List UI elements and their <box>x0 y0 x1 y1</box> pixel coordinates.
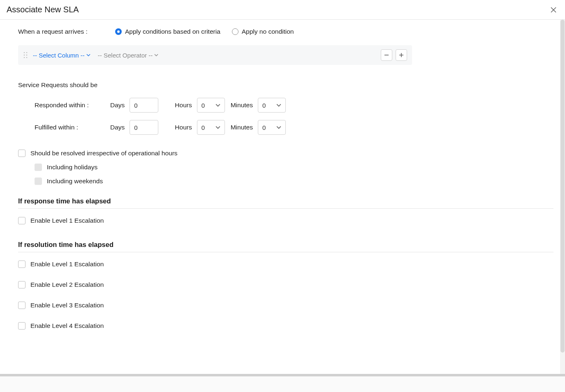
service-requests-heading: Service Requests should be <box>18 81 553 89</box>
hours-label: Hours <box>175 101 192 109</box>
resolve-irrespective-row: Should be resolved irrespective of opera… <box>18 150 553 157</box>
responded-minutes-select[interactable]: 0 <box>258 98 286 113</box>
days-label: Days <box>110 124 125 131</box>
scrollbar-vertical[interactable] <box>560 20 565 374</box>
days-label: Days <box>110 101 125 109</box>
scrollbar-thumb[interactable] <box>560 20 565 353</box>
responded-hours-select[interactable]: 0 <box>197 98 225 113</box>
resolution-level2-checkbox[interactable] <box>18 281 25 288</box>
select-column-label: -- Select Column -- <box>33 52 85 59</box>
minutes-label: Minutes <box>231 101 253 109</box>
including-weekends-label: Including weekends <box>47 178 103 185</box>
close-icon <box>550 6 557 14</box>
fulfilled-hours-select[interactable]: 0 <box>197 120 225 135</box>
fulfilled-within-label: Fulfilled within : <box>35 124 110 131</box>
select-operator-label: -- Select Operator -- <box>98 52 153 59</box>
response-elapsed-heading: If response time has elapsed <box>18 197 553 209</box>
radio-criteria-option[interactable]: Apply conditions based on criteria <box>115 28 220 35</box>
including-weekends-checkbox <box>35 178 42 185</box>
minutes-label: Minutes <box>231 124 253 131</box>
response-level1-label: Enable Level 1 Escalation <box>30 217 104 224</box>
svg-point-5 <box>26 55 28 56</box>
including-holidays-label: Including holidays <box>47 164 97 171</box>
radio-none-label: Apply no condition <box>242 28 294 35</box>
request-arrival-row: When a request arrives : Apply condition… <box>18 28 553 35</box>
resolve-irrespective-label: Should be resolved irrespective of opera… <box>30 150 178 157</box>
response-level1-row: Enable Level 1 Escalation <box>18 213 553 228</box>
add-criteria-button[interactable] <box>396 49 407 61</box>
resolution-level4-checkbox[interactable] <box>18 322 25 330</box>
svg-point-3 <box>26 52 28 53</box>
radio-none-option[interactable]: Apply no condition <box>232 28 294 35</box>
svg-point-7 <box>26 57 28 58</box>
responded-within-row: Responded within : Days Hours 0 Minutes … <box>35 98 553 113</box>
resolution-level3-checkbox[interactable] <box>18 302 25 309</box>
resolution-level2-row: Enable Level 2 Escalation <box>18 277 553 293</box>
chevron-down-icon <box>276 125 281 130</box>
chevron-down-icon <box>154 53 158 57</box>
including-holidays-checkbox <box>35 164 42 171</box>
responded-within-label: Responded within : <box>35 101 110 109</box>
resolution-level3-label: Enable Level 3 Escalation <box>30 302 104 309</box>
chevron-down-icon <box>86 53 90 57</box>
minus-icon <box>384 53 389 58</box>
select-operator-dropdown[interactable]: -- Select Operator -- <box>98 52 158 59</box>
responded-minutes-value: 0 <box>262 102 266 109</box>
fulfilled-minutes-value: 0 <box>262 124 266 131</box>
svg-point-2 <box>24 52 25 53</box>
criteria-buttons <box>381 49 407 61</box>
drag-handle-icon <box>23 52 28 58</box>
fulfilled-days-input[interactable] <box>130 120 158 135</box>
resolution-level1-label: Enable Level 1 Escalation <box>30 261 104 268</box>
hours-label: Hours <box>175 124 192 131</box>
close-button[interactable] <box>549 5 558 15</box>
drag-handle[interactable] <box>23 52 28 58</box>
request-arrival-radio-group: Apply conditions based on criteria Apply… <box>115 28 294 35</box>
remove-criteria-button[interactable] <box>381 49 392 61</box>
fulfilled-within-row: Fulfilled within : Days Hours 0 Minutes … <box>35 120 553 135</box>
select-column-dropdown[interactable]: -- Select Column -- <box>33 52 90 59</box>
response-level1-checkbox[interactable] <box>18 217 25 224</box>
resolution-level3-row: Enable Level 3 Escalation <box>18 297 553 313</box>
dialog-title: Associate New SLA <box>7 5 79 14</box>
chevron-down-icon <box>276 103 281 108</box>
plus-icon <box>399 53 404 58</box>
resolution-level4-row: Enable Level 4 Escalation <box>18 318 553 334</box>
including-holidays-row: Including holidays <box>35 164 553 171</box>
responded-days-input[interactable] <box>130 98 158 113</box>
resolution-level4-label: Enable Level 4 Escalation <box>30 322 104 330</box>
radio-criteria-indicator <box>115 28 122 35</box>
responded-hours-value: 0 <box>201 102 205 109</box>
criteria-row: -- Select Column -- -- Select Operator -… <box>18 45 412 65</box>
fulfilled-hours-value: 0 <box>201 124 205 131</box>
including-weekends-row: Including weekends <box>35 178 553 185</box>
operational-sub: Including holidays Including weekends <box>35 164 553 185</box>
radio-none-indicator <box>232 28 239 35</box>
fulfilled-minutes-select[interactable]: 0 <box>258 120 286 135</box>
resolution-level1-checkbox[interactable] <box>18 261 25 268</box>
resolution-level2-label: Enable Level 2 Escalation <box>30 281 104 288</box>
resolution-level1-row: Enable Level 1 Escalation <box>18 256 553 272</box>
chevron-down-icon <box>215 125 220 130</box>
request-arrival-label: When a request arrives : <box>18 28 115 35</box>
dialog-header: Associate New SLA <box>0 0 565 20</box>
resolve-irrespective-checkbox[interactable] <box>18 150 25 157</box>
dialog-body: When a request arrives : Apply condition… <box>0 20 565 392</box>
dialog-footer-edge <box>0 374 565 392</box>
chevron-down-icon <box>215 103 220 108</box>
radio-criteria-label: Apply conditions based on criteria <box>125 28 220 35</box>
resolution-elapsed-heading: If resolution time has elapsed <box>18 241 553 252</box>
associate-sla-dialog: Associate New SLA When a request arrives… <box>0 0 565 392</box>
svg-point-6 <box>24 57 25 58</box>
svg-point-4 <box>24 55 25 56</box>
